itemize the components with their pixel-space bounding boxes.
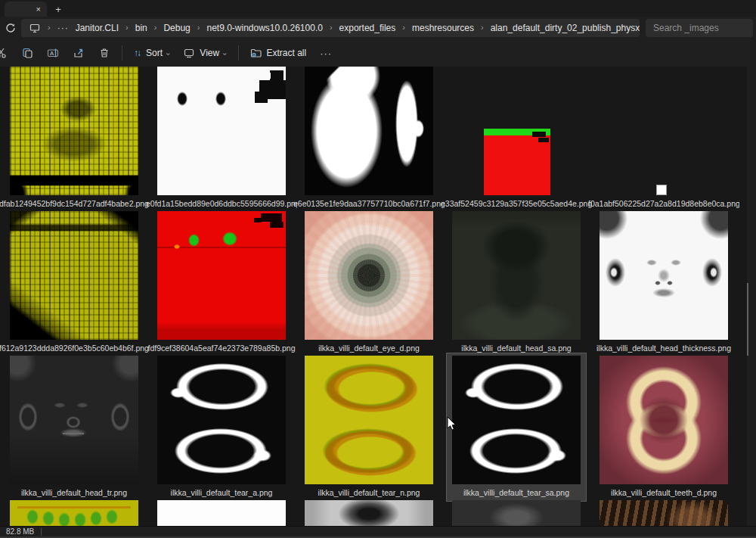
file-cell[interactable]: ilkka_villi_default_tear_sa.png xyxy=(452,356,600,500)
breadcrumb-item[interactable]: meshresources xyxy=(412,23,474,33)
file-thumbnail[interactable] xyxy=(305,67,433,195)
file-cell[interactable]: f612a9123ddda8926f0e3b5c60eb4b6f.png xyxy=(10,211,157,356)
breadcrumb-item[interactable]: Janitor.CLI xyxy=(76,23,119,33)
file-thumbnail[interactable] xyxy=(600,211,728,340)
file-name-label[interactable]: f0a1abf506225d27a2a8d19d8eb8e0ca.png xyxy=(588,199,739,208)
file-thumbnail[interactable] xyxy=(157,211,286,340)
file-name-label[interactable]: fdf9cef38604a5eaf74e2373e789a85b.png xyxy=(146,344,297,353)
file-thumbnail[interactable] xyxy=(600,356,728,484)
file-name-label[interactable]: dfab1249452bf9dc154d727adf4babe2.png xyxy=(0,199,150,208)
file-thumbnail[interactable] xyxy=(10,500,138,526)
view-icon xyxy=(183,47,195,59)
breadcrumb-overflow-icon[interactable]: ··· xyxy=(57,23,69,33)
file-cell[interactable] xyxy=(10,500,157,526)
file-cell[interactable]: e6e0135e1fe9daa37757710bc0a671f7.png xyxy=(305,67,452,211)
breadcrumb-chevron-icon[interactable]: › xyxy=(402,23,405,32)
breadcrumb-chevron-icon[interactable]: › xyxy=(330,23,333,32)
tab-close-icon[interactable]: × xyxy=(36,5,41,14)
file-name-label[interactable]: ilkka_villi_default_tear_n.png xyxy=(293,488,445,497)
rename-button[interactable]: A xyxy=(40,42,66,64)
copy-icon xyxy=(21,47,33,59)
breadcrumb-item[interactable]: net9.0-windows10.0.26100.0 xyxy=(206,23,322,33)
extract-all-label: Extract all xyxy=(267,48,307,58)
copy-button[interactable] xyxy=(14,42,40,64)
breadcrumb-chevron-icon[interactable]: › xyxy=(481,23,484,32)
file-cell[interactable]: dfab1249452bf9dc154d727adf4babe2.png xyxy=(10,67,157,211)
file-cell[interactable]: f0a1abf506225d27a2a8d19d8eb8e0ca.png xyxy=(600,67,747,211)
file-cell[interactable]: ilkka_villi_default_head_sa.png xyxy=(452,211,600,356)
file-name-label[interactable]: ilkka_villi_default_head_tr.png xyxy=(0,488,150,497)
address-bar[interactable]: › ··· Janitor.CLI›bin›Debug›net9.0-windo… xyxy=(21,19,640,37)
breadcrumb-chevron-icon[interactable]: › xyxy=(154,23,157,32)
breadcrumb-item[interactable]: Debug xyxy=(163,23,190,33)
scrollbar-thumb[interactable] xyxy=(747,283,748,356)
file-cell[interactable]: ilkka_villi_default_eye_d.png xyxy=(305,211,452,356)
file-cell[interactable] xyxy=(600,500,747,526)
file-thumbnail[interactable] xyxy=(305,500,433,526)
new-tab-button[interactable]: + xyxy=(51,2,65,16)
file-thumbnail[interactable] xyxy=(600,67,728,195)
view-label: View xyxy=(200,48,219,58)
refresh-icon xyxy=(5,22,17,34)
file-thumbnail[interactable] xyxy=(452,67,581,195)
view-button[interactable]: View › xyxy=(176,42,233,64)
delete-button[interactable] xyxy=(91,42,117,64)
share-button[interactable] xyxy=(66,42,91,64)
file-name-label[interactable]: e0fd1a15bedd89e0d6ddbc5595666d99.png xyxy=(146,199,297,208)
file-thumbnail[interactable] xyxy=(452,211,581,340)
breadcrumb-item[interactable]: bin xyxy=(135,23,147,33)
chevron-down-icon: › xyxy=(164,52,172,54)
delete-icon xyxy=(98,47,110,59)
search-box[interactable]: Search _images xyxy=(646,19,753,37)
file-thumbnail[interactable] xyxy=(157,500,286,526)
extract-all-button[interactable]: Extract all xyxy=(243,42,314,64)
file-name-label[interactable]: e6e0135e1fe9daa37757710bc0a671f7.png xyxy=(293,199,445,208)
breadcrumb-item[interactable]: alan_default_dirty_02_publish_physx xyxy=(491,23,640,33)
file-thumbnail[interactable] xyxy=(305,211,433,340)
sort-label: Sort xyxy=(146,48,163,58)
file-cell[interactable] xyxy=(305,500,452,526)
file-grid: dfab1249452bf9dc154d727adf4babe2.png e0f… xyxy=(10,67,747,526)
breadcrumb-chevron-icon[interactable]: › xyxy=(125,23,129,32)
file-cell[interactable]: e0fd1a15bedd89e0d6ddbc5595666d99.png xyxy=(157,67,305,211)
breadcrumb-chevron-icon[interactable]: › xyxy=(197,23,200,32)
file-thumbnail[interactable] xyxy=(10,67,138,195)
file-cell[interactable]: ilkka_villi_default_head_tr.png xyxy=(10,356,157,500)
file-thumbnail[interactable] xyxy=(305,356,433,484)
file-thumbnail[interactable] xyxy=(157,67,286,195)
file-cell[interactable]: ilkka_villi_default_tear_n.png xyxy=(305,356,452,500)
more-options-icon: ··· xyxy=(320,48,332,59)
file-name-label[interactable]: ilkka_villi_default_eye_d.png xyxy=(293,344,445,353)
tab-bar: × + xyxy=(0,0,756,17)
file-thumbnail[interactable] xyxy=(10,211,138,340)
file-thumbnail[interactable] xyxy=(157,356,286,484)
address-row: › ··· Janitor.CLI›bin›Debug›net9.0-windo… xyxy=(0,17,756,39)
breadcrumb-item[interactable]: exported_files xyxy=(339,23,396,33)
sort-button[interactable]: ↑↓ Sort › xyxy=(127,42,176,64)
file-name-label[interactable]: e33af52459c3129a357f35e05c5aed4e.png xyxy=(441,199,592,208)
file-thumbnail[interactable] xyxy=(452,356,581,484)
file-name-label[interactable]: ilkka_villi_default_tear_sa.png xyxy=(441,488,592,497)
file-thumbnail[interactable] xyxy=(10,356,138,484)
file-name-label[interactable]: ilkka_villi_default_tear_a.png xyxy=(146,488,297,497)
selected-size-label: 82.8 MB xyxy=(6,527,34,536)
file-thumbnail[interactable] xyxy=(452,500,581,526)
file-name-label[interactable]: ilkka_villi_default_head_sa.png xyxy=(441,344,592,353)
file-cell[interactable]: fdf9cef38604a5eaf74e2373e789a85b.png xyxy=(157,211,305,356)
file-cell[interactable]: ilkka_villi_default_head_thickness.png xyxy=(600,211,747,356)
cut-button[interactable] xyxy=(0,42,14,64)
file-thumbnail[interactable] xyxy=(600,500,728,526)
file-cell[interactable] xyxy=(452,500,600,526)
file-cell[interactable]: e33af52459c3129a357f35e05c5aed4e.png xyxy=(452,67,600,211)
refresh-button[interactable] xyxy=(3,20,18,36)
file-cell[interactable]: ilkka_villi_default_tear_a.png xyxy=(157,356,305,500)
file-cell[interactable] xyxy=(157,500,305,526)
more-options-button[interactable]: ··· xyxy=(313,42,339,64)
file-cell[interactable]: ilkka_villi_default_teeth_d.png xyxy=(600,356,747,500)
file-name-label[interactable]: ilkka_villi_default_head_thickness.png xyxy=(588,344,739,353)
file-name-label[interactable]: f612a9123ddda8926f0e3b5c60eb4b6f.png xyxy=(0,344,150,353)
command-toolbar: A ↑↓ Sort › View › xyxy=(0,39,756,67)
explorer-tab[interactable]: × xyxy=(5,2,47,17)
this-pc-icon[interactable] xyxy=(29,22,41,34)
file-name-label[interactable]: ilkka_villi_default_teeth_d.png xyxy=(588,488,739,497)
